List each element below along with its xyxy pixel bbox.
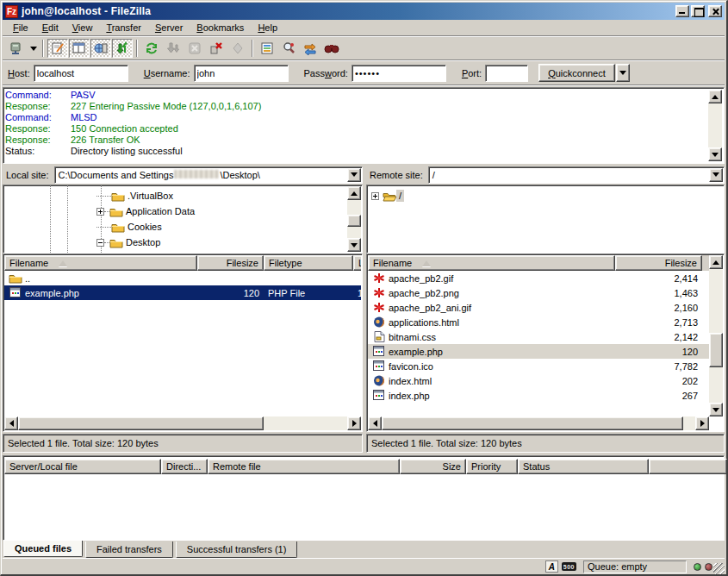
expand-icon[interactable]: [371, 192, 379, 200]
column-header-filesize[interactable]: Filesize: [615, 255, 702, 271]
column-header-remote-file[interactable]: Remote file: [208, 459, 400, 474]
local-path: C:\Documents and Settings\Desktop\: [59, 170, 260, 180]
remote-directory-tree[interactable]: /: [366, 185, 725, 254]
tree-item-root[interactable]: /: [371, 188, 404, 203]
scrollbar-thumb[interactable]: [18, 416, 264, 430]
synchronized-browsing-button[interactable]: [300, 39, 320, 58]
column-header-l[interactable]: L: [353, 255, 361, 271]
menu-server[interactable]: Server: [148, 21, 190, 34]
tab-failed-transfers[interactable]: Failed transfers: [85, 542, 173, 558]
local-site-dropdown-button[interactable]: [347, 168, 361, 182]
column-header-filetype[interactable]: Filetype: [264, 255, 353, 271]
local-file-list[interactable]: FilenameFilesizeFiletypeL ..example.php1…: [3, 254, 363, 432]
tab-queued-files[interactable]: Queued files: [3, 541, 83, 557]
menu-transfer[interactable]: Transfer: [99, 21, 148, 34]
toggle-transfer-queue-button[interactable]: [112, 39, 133, 58]
site-manager-button[interactable]: [6, 39, 27, 58]
tree-item-desktop[interactable]: Desktop: [96, 235, 163, 250]
sort-ascending-icon: [422, 260, 431, 266]
toggle-message-log-button[interactable]: [47, 39, 68, 58]
file-row-bitnami-css[interactable]: bitnami.css2,142: [368, 329, 709, 344]
transfer-queue[interactable]: Server/Local fileDirecti...Remote fileSi…: [3, 455, 725, 541]
resize-grip[interactable]: [713, 563, 725, 574]
column-header-blank[interactable]: [649, 459, 727, 474]
tree-item-application-data[interactable]: Application Data: [96, 203, 197, 219]
remote-site-dropdown-button[interactable]: [709, 168, 723, 182]
scroll-up-button[interactable]: [708, 90, 722, 103]
scroll-left-button[interactable]: [368, 416, 382, 430]
tree-item-cookies[interactable]: Cookies: [96, 219, 165, 235]
password-input[interactable]: [352, 65, 446, 82]
scroll-up-button[interactable]: [709, 255, 723, 269]
scroll-right-button[interactable]: [695, 416, 709, 430]
local-tree-scrollbar[interactable]: [347, 186, 361, 252]
remote-file-list[interactable]: FilenameFilesize apache_pb2.gif2,414apac…: [366, 254, 725, 432]
tree-item-label[interactable]: /: [396, 190, 404, 202]
menu-file[interactable]: File: [6, 21, 35, 34]
username-input[interactable]: [194, 65, 289, 82]
remote-list-scrollbar[interactable]: [709, 255, 723, 416]
collapse-icon[interactable]: [96, 239, 104, 247]
menu-bookmarks[interactable]: Bookmarks: [190, 21, 251, 34]
disconnect-button[interactable]: [206, 39, 227, 58]
scroll-left-button[interactable]: [4, 416, 18, 430]
host-input[interactable]: [34, 65, 128, 82]
column-header-server-local-file[interactable]: Server/Local file: [4, 459, 161, 474]
message-log[interactable]: Command:PASVResponse:227 Entering Passiv…: [3, 87, 725, 164]
refresh-button[interactable]: [141, 39, 162, 58]
scroll-down-button[interactable]: [347, 238, 361, 252]
log-scrollbar[interactable]: [708, 90, 722, 161]
file-row-applications-html[interactable]: applications.html2,713: [368, 315, 709, 329]
scroll-right-button[interactable]: [347, 416, 361, 430]
file-row-index-php[interactable]: index.php267: [368, 388, 709, 403]
scrollbar-thumb[interactable]: [382, 416, 683, 430]
title-bar[interactable]: Fz john@localhost - FileZilla: [3, 3, 725, 20]
data-type-indicator-icon[interactable]: A: [545, 560, 558, 573]
file-row-apache-pb2-png[interactable]: apache_pb2.png1,463: [368, 285, 709, 300]
local-directory-tree[interactable]: .VirtualBoxApplication DataCookiesDeskto…: [3, 185, 363, 254]
menu-view[interactable]: View: [65, 21, 100, 34]
remote-site-combobox[interactable]: /: [428, 166, 725, 184]
file-row-example-php[interactable]: example.php120: [368, 344, 709, 359]
column-header-filename[interactable]: Filename: [368, 255, 615, 271]
file-row--[interactable]: ..: [4, 271, 361, 285]
menu-edit[interactable]: Edit: [35, 21, 65, 34]
quickconnect-button[interactable]: Quickconnect: [538, 64, 615, 82]
close-button[interactable]: [708, 5, 722, 17]
site-manager-dropdown-button[interactable]: [28, 39, 39, 58]
scroll-down-button[interactable]: [709, 403, 723, 416]
file-row-favicon-ico[interactable]: favicon.ico7,782: [368, 359, 709, 373]
tab-successful-transfers-1-[interactable]: Successful transfers (1): [176, 542, 298, 558]
file-row-apache-pb2-gif[interactable]: apache_pb2.gif2,414: [368, 271, 709, 285]
file-row-index-html[interactable]: index.html202: [368, 373, 709, 388]
remote-list-hscrollbar[interactable]: [368, 416, 709, 430]
port-input[interactable]: [485, 65, 528, 82]
column-header-size[interactable]: Size: [400, 459, 466, 474]
column-header-priority[interactable]: Priority: [466, 459, 518, 474]
column-header-filesize[interactable]: Filesize: [197, 255, 264, 271]
column-header-filename[interactable]: Filename: [4, 255, 197, 271]
expand-icon[interactable]: [96, 208, 104, 216]
find-files-button[interactable]: [321, 39, 342, 58]
toggle-local-tree-button[interactable]: [69, 39, 90, 58]
file-row-apache-pb2-ani-gif[interactable]: apache_pb2_ani.gif2,160: [368, 300, 709, 315]
column-header-status[interactable]: Status: [518, 459, 649, 474]
local-site-combobox[interactable]: C:\Documents and Settings\Desktop\: [54, 166, 363, 184]
file-row-example-php[interactable]: example.php120PHP File1: [4, 285, 361, 300]
scroll-down-button[interactable]: [708, 147, 722, 161]
menu-help[interactable]: Help: [251, 21, 284, 34]
quickconnect-dropdown-button[interactable]: [616, 64, 630, 82]
app-file-icon: [372, 390, 386, 402]
minimize-button[interactable]: [675, 5, 689, 17]
scrollbar-thumb[interactable]: [709, 333, 723, 367]
maximize-button[interactable]: [691, 5, 705, 17]
local-list-hscrollbar[interactable]: [4, 416, 361, 430]
directory-comparison-button[interactable]: [278, 39, 299, 58]
scroll-up-button[interactable]: [347, 186, 361, 200]
tree-item--virtualbox[interactable]: .VirtualBox: [96, 188, 176, 203]
scrollbar-thumb[interactable]: [347, 215, 361, 227]
speed-limit-indicator-icon[interactable]: 500: [562, 562, 576, 571]
toggle-remote-tree-button[interactable]: [90, 39, 111, 58]
directory-listing-filters-button[interactable]: [257, 39, 277, 58]
column-header-directi-[interactable]: Directi...: [161, 459, 208, 474]
